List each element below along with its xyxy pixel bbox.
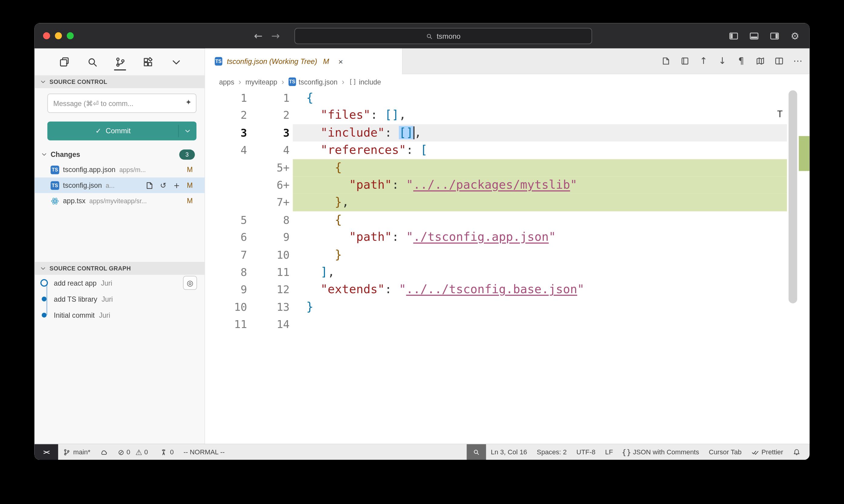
- ellipsis-button[interactable]: ⋯: [792, 56, 803, 67]
- code-line[interactable]: 1114: [205, 316, 809, 333]
- map-button[interactable]: [755, 56, 765, 67]
- language-mode[interactable]: {}JSON with Comments: [618, 444, 704, 460]
- command-center-search[interactable]: tsmono: [294, 28, 592, 44]
- eol[interactable]: LF: [600, 444, 618, 460]
- code-line[interactable]: 58 {: [205, 211, 809, 229]
- open-editors-button[interactable]: [679, 56, 690, 67]
- search-value: tsmono: [437, 32, 461, 40]
- activity-search[interactable]: [85, 52, 99, 71]
- layout-panel-button[interactable]: [748, 30, 760, 42]
- tab-label: tsconfig.json (Working Tree): [227, 57, 317, 66]
- cursor-position[interactable]: Ln 3, Col 16: [486, 444, 532, 460]
- ts-icon: TS: [51, 181, 59, 189]
- gear-button[interactable]: ⚙: [789, 30, 801, 42]
- commit-message: add TS library: [54, 295, 97, 303]
- code-text: },: [293, 194, 809, 211]
- language-mode-label: JSON with Comments: [633, 448, 699, 456]
- gear-icon: ⚙: [790, 31, 800, 41]
- commit-message-input[interactable]: Message (⌘⏎ to comm...: [47, 94, 196, 113]
- commit-message: add react app: [54, 279, 97, 287]
- ports[interactable]: 0: [155, 444, 178, 460]
- code-line[interactable]: 710 }: [205, 246, 809, 264]
- code-line[interactable]: 5+ {: [205, 159, 809, 177]
- code-line[interactable]: 69 "path": "./tsconfig.app.json": [205, 229, 809, 246]
- original-line-number: 3: [205, 124, 252, 142]
- arrow-up-button[interactable]: ↑: [698, 56, 709, 67]
- commit-dropdown-button[interactable]: [178, 122, 196, 140]
- modified-line-number: 3: [253, 124, 293, 142]
- indentation[interactable]: Spaces: 2: [532, 444, 572, 460]
- modified-line-number: 10: [253, 246, 293, 264]
- breadcrumb-item[interactable]: apps: [219, 78, 234, 86]
- formatter-label: Prettier: [761, 448, 783, 456]
- breadcrumb-item[interactable]: myviteapp: [245, 78, 277, 86]
- modified-line-number: 5+: [253, 159, 293, 177]
- layout-sidebar-left-button[interactable]: [728, 30, 739, 42]
- arrow-down-button[interactable]: ↓: [717, 56, 728, 67]
- split-editor-button[interactable]: [773, 56, 784, 67]
- titlebar-actions: ⚙: [728, 23, 800, 48]
- activity-extensions[interactable]: [141, 52, 155, 71]
- open-changes-button[interactable]: [660, 56, 672, 67]
- breadcrumb-item[interactable]: [ ]include: [349, 78, 381, 86]
- modified-line-number: 13: [253, 298, 293, 316]
- code-editor[interactable]: 11{22 "files": [],33 "include": [],44 "r…: [205, 89, 809, 444]
- encoding[interactable]: UTF-8: [571, 444, 600, 460]
- changes-section-header[interactable]: Changes 3: [35, 147, 205, 162]
- double-check-icon: [751, 448, 759, 456]
- cursor-tab[interactable]: Cursor Tab: [704, 444, 746, 460]
- branch[interactable]: main*: [58, 444, 95, 460]
- activity-source-control[interactable]: [113, 52, 127, 71]
- close-tab-icon[interactable]: ×: [338, 57, 343, 66]
- close-window-button[interactable]: [43, 32, 50, 39]
- vim-mode[interactable]: -- NORMAL --: [178, 444, 229, 460]
- code-line[interactable]: 811 ],: [205, 264, 809, 281]
- code-line[interactable]: 7+ },: [205, 194, 809, 211]
- commit-row[interactable]: add react appJuri◎: [35, 275, 205, 291]
- commit-row[interactable]: Initial commitJuri: [35, 307, 205, 323]
- code-line[interactable]: 1013}: [205, 298, 809, 316]
- remote-indicator[interactable]: ><: [35, 444, 58, 460]
- zoom-indicator[interactable]: [467, 444, 486, 460]
- map-icon: [756, 56, 764, 66]
- breadcrumb-item[interactable]: TStsconfig.json: [288, 78, 338, 86]
- file-row-tsconfig.app.json[interactable]: TStsconfig.app.jsonapps/m...M: [35, 162, 205, 177]
- file-row-app.tsx[interactable]: app.tsxapps/myviteapp/sr...M: [35, 193, 205, 209]
- formatter[interactable]: Prettier: [746, 444, 788, 460]
- modified-line-number: 14: [253, 316, 293, 333]
- code-line[interactable]: 22 "files": [],: [205, 107, 809, 124]
- open-file-icon[interactable]: [145, 181, 154, 189]
- pilcrow-button[interactable]: ¶: [736, 56, 747, 67]
- forward-arrow-icon[interactable]: →: [271, 31, 280, 41]
- publish[interactable]: [95, 444, 113, 460]
- file-row-tsconfig.json[interactable]: TStsconfig.jsona...↺+M: [35, 178, 205, 193]
- cursor-position-label: Ln 3, Col 16: [491, 448, 527, 456]
- commit-button[interactable]: ✓ Commit: [47, 122, 196, 140]
- minimize-window-button[interactable]: [55, 32, 62, 39]
- activity-chevron-down[interactable]: [169, 52, 183, 71]
- activity-copy[interactable]: [57, 52, 71, 71]
- discard-icon[interactable]: ↺: [159, 181, 167, 189]
- code-line[interactable]: 11{: [205, 89, 809, 107]
- breadcrumb: apps›myviteapp›TStsconfig.json›[ ]includ…: [205, 74, 809, 89]
- source-control-graph-header[interactable]: SOURCE CONTROL GRAPH: [35, 262, 205, 275]
- chevron-down-icon: [184, 127, 191, 134]
- notifications[interactable]: [788, 444, 805, 460]
- sparkle-icon[interactable]: ✦: [185, 98, 192, 106]
- code-line[interactable]: 33 "include": [],: [205, 124, 809, 142]
- back-arrow-icon[interactable]: ←: [254, 31, 262, 41]
- tab-tsconfig-json[interactable]: TS tsconfig.json (Working Tree) M ×: [205, 49, 402, 74]
- commit-row[interactable]: add TS libraryJuri: [35, 291, 205, 307]
- source-control-header[interactable]: SOURCE CONTROL: [35, 75, 205, 88]
- goto-commit-button[interactable]: ◎: [183, 276, 197, 290]
- layout-sidebar-right-button[interactable]: [769, 30, 780, 42]
- zoom-window-button[interactable]: [67, 32, 74, 39]
- original-line-number: 5: [205, 211, 252, 229]
- code-line[interactable]: 44 "references": [: [205, 141, 809, 159]
- code-line[interactable]: 912 "extends": "../../tsconfig.base.json…: [205, 281, 809, 298]
- modified-line-number: 6+: [253, 176, 293, 194]
- code-line[interactable]: 6+ "path": "../../packages/mytslib": [205, 176, 809, 194]
- problems[interactable]: ⊘0⚠0: [113, 444, 155, 460]
- scrollbar-thumb[interactable]: [789, 90, 797, 303]
- plus-icon[interactable]: +: [172, 181, 181, 189]
